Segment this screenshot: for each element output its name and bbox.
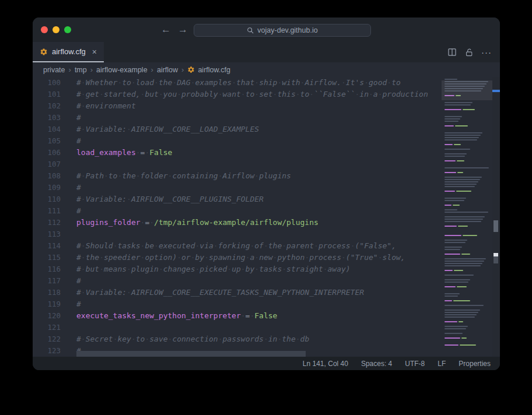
split-editor-icon[interactable] xyxy=(448,48,457,56)
horizontal-scrollbar[interactable] xyxy=(76,351,306,357)
minimap-row xyxy=(444,307,492,308)
line-number[interactable]: 107 xyxy=(33,159,61,170)
code-text: # xyxy=(76,112,81,124)
status-language-mode[interactable]: Properties xyxy=(459,360,491,368)
minimap-row xyxy=(444,135,492,136)
minimap-row xyxy=(444,198,492,199)
code-area[interactable]: 100#·Whether·to·load·the·DAG·examples·th… xyxy=(33,77,500,357)
code-line-113[interactable]: 113 xyxy=(33,228,500,240)
code-line-115[interactable]: 115#·the·speedier·option)·or·by·spawning… xyxy=(33,252,500,263)
line-number[interactable]: 101 xyxy=(33,89,61,100)
line-number[interactable]: 117 xyxy=(33,275,61,287)
code-line-106[interactable]: 106load_examples·=·False xyxy=(33,147,500,159)
minimap-row xyxy=(444,207,492,208)
minimap-row xyxy=(444,312,492,313)
code-line-105[interactable]: 105# xyxy=(33,135,500,147)
breadcrumb-file-label: airflow.cfg xyxy=(198,66,230,74)
code-text: # xyxy=(76,205,81,217)
code-line-108[interactable]: 108#·Path·to·the·folder·containing·Airfl… xyxy=(33,170,500,182)
line-number[interactable]: 120 xyxy=(33,310,61,322)
status-bar: Ln 141, Col 40 Spaces: 4 UTF-8 LF Proper… xyxy=(33,357,500,370)
breadcrumb-item-airflow[interactable]: airflow xyxy=(157,66,178,74)
line-number[interactable]: 106 xyxy=(33,147,61,159)
line-number[interactable]: 118 xyxy=(33,287,61,298)
minimap-row xyxy=(444,344,492,346)
minimap-row xyxy=(444,258,492,259)
code-line-100[interactable]: 100#·Whether·to·load·the·DAG·examples·th… xyxy=(33,77,500,89)
line-number[interactable]: 114 xyxy=(33,240,61,252)
code-line-103[interactable]: 103# xyxy=(33,112,500,124)
status-encoding[interactable]: UTF-8 xyxy=(405,360,425,368)
code-line-102[interactable]: 102#·environment xyxy=(33,100,500,112)
line-number[interactable]: 103 xyxy=(33,112,61,124)
code-line-121[interactable]: 121 xyxy=(33,322,500,333)
line-number[interactable]: 104 xyxy=(33,124,61,135)
minimize-window-button[interactable] xyxy=(52,26,60,33)
line-number[interactable]: 115 xyxy=(33,252,61,263)
line-number[interactable]: 102 xyxy=(33,100,61,112)
code-line-114[interactable]: 114#·Should·tasks·be·executed·via·forkin… xyxy=(33,240,500,252)
status-line-col[interactable]: Ln 141, Col 40 xyxy=(303,360,348,368)
minimap-row xyxy=(444,118,492,119)
code-line-122[interactable]: 122#·Secret·key·to·save·connection·passw… xyxy=(33,333,500,345)
line-number[interactable]: 110 xyxy=(33,194,61,205)
tab-airflow-cfg[interactable]: airflow.cfg × xyxy=(33,42,104,62)
overview-ruler[interactable] xyxy=(492,77,500,357)
minimap[interactable] xyxy=(442,77,492,357)
status-indentation[interactable]: Spaces: 4 xyxy=(361,360,392,368)
close-window-button[interactable] xyxy=(41,26,48,33)
unlock-icon[interactable] xyxy=(465,48,473,57)
line-number[interactable]: 116 xyxy=(33,263,61,275)
code-line-119[interactable]: 119# xyxy=(33,298,500,310)
minimap-row xyxy=(444,240,492,241)
line-number[interactable]: 121 xyxy=(33,322,61,333)
forward-arrow-icon[interactable]: → xyxy=(178,23,188,37)
line-number[interactable]: 105 xyxy=(33,135,61,147)
code-text: # xyxy=(76,298,81,310)
chevron-right-icon: › xyxy=(151,65,153,74)
line-number[interactable]: 109 xyxy=(33,182,61,194)
minimap-row xyxy=(444,195,492,196)
minimap-row xyxy=(444,216,492,217)
breadcrumb-item-tmp[interactable]: tmp xyxy=(75,66,87,74)
minimap-row xyxy=(444,160,492,161)
code-line-118[interactable]: 118#·Variable:·AIRFLOW__CORE__EXECUTE_TA… xyxy=(33,287,500,298)
more-actions-icon[interactable]: ··· xyxy=(481,47,492,57)
code-line-104[interactable]: 104#·Variable:·AIRFLOW__CORE__LOAD_EXAMP… xyxy=(33,124,500,135)
breadcrumb-item-file[interactable]: airflow.cfg xyxy=(187,66,230,74)
tab-close-icon[interactable]: × xyxy=(92,47,97,57)
code-line-116[interactable]: 116#·but·means·plugin·changes·picked·up·… xyxy=(33,263,500,275)
minimap-row xyxy=(444,191,492,192)
ruler-decoration xyxy=(494,220,498,232)
line-number[interactable]: 113 xyxy=(33,228,61,240)
address-bar[interactable]: vojay-dev.github.io xyxy=(194,24,371,37)
line-number[interactable]: 108 xyxy=(33,170,61,182)
line-number[interactable]: 111 xyxy=(33,205,61,217)
line-number[interactable]: 119 xyxy=(33,298,61,310)
line-number[interactable]: 100 xyxy=(33,77,61,89)
breadcrumb-item-airflow-example[interactable]: airflow-example xyxy=(96,66,148,74)
minimap-row xyxy=(444,323,492,325)
code-line-109[interactable]: 109# xyxy=(33,182,500,194)
minimap-row xyxy=(444,237,492,238)
search-icon xyxy=(247,27,254,34)
back-arrow-icon[interactable]: ← xyxy=(161,23,171,37)
minimap-row xyxy=(444,177,492,178)
code-line-120[interactable]: 120execute_tasks_new_python_interpreter·… xyxy=(33,310,500,322)
code-line-112[interactable]: 112plugins_folder·=·/tmp/airflow-example… xyxy=(33,217,500,228)
breadcrumb-item-private[interactable]: private xyxy=(43,66,65,74)
code-line-107[interactable]: 107 xyxy=(33,159,500,170)
editor[interactable]: 100#·Whether·to·load·the·DAG·examples·th… xyxy=(33,77,500,357)
minimap-row xyxy=(444,263,492,264)
code-line-101[interactable]: 101#·get·started,·but·you·probably·want·… xyxy=(33,89,500,100)
zoom-window-button[interactable] xyxy=(64,26,71,33)
code-line-111[interactable]: 111# xyxy=(33,205,500,217)
line-number[interactable]: 123 xyxy=(33,345,61,357)
line-number[interactable]: 122 xyxy=(33,333,61,345)
minimap-slider[interactable] xyxy=(442,80,500,100)
minimap-row xyxy=(444,291,492,292)
line-number[interactable]: 112 xyxy=(33,217,61,228)
status-eol[interactable]: LF xyxy=(438,360,446,368)
code-line-110[interactable]: 110#·Variable:·AIRFLOW__CORE__PLUGINS_FO… xyxy=(33,194,500,205)
code-line-117[interactable]: 117# xyxy=(33,275,500,287)
